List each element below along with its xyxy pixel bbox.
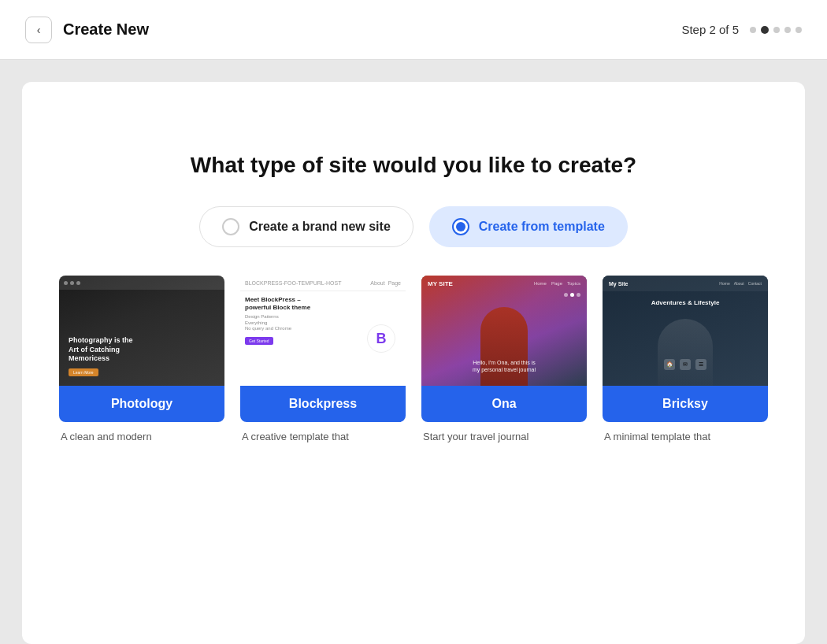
bricksy-icons: 🏠 ✉ ☰ <box>664 359 706 370</box>
option-from-template-label: Create from template <box>479 220 605 234</box>
bricksy-logo: My Site <box>609 281 629 287</box>
template-card-ona[interactable]: MY SITE Home Page Topics <box>421 276 587 444</box>
mock-text-photology: Photography is theArt of CatchingMemoric… <box>69 336 215 364</box>
templates-row: Photography is theArt of CatchingMemoric… <box>22 276 805 444</box>
bricksy-icon-2: ✉ <box>680 359 691 370</box>
bricksy-link: Contact <box>748 281 762 286</box>
bricksy-nav: My Site Home About Contact <box>603 276 768 291</box>
ona-nav-link: Page <box>551 281 562 286</box>
content-card: What type of site would you like to crea… <box>22 82 805 644</box>
question-section: What type of site would you like to crea… <box>22 82 805 276</box>
ona-dots <box>564 293 580 297</box>
bricksy-icon-3: ☰ <box>695 359 706 370</box>
ona-dot <box>564 293 568 297</box>
ona-text: Hello, I'm Ona, and this ismy personal t… <box>428 359 580 373</box>
bp-nav-title: BLOCKPRESS-FOO-TEMPURL-HOST <box>245 280 342 286</box>
template-label-bricksy: Bricksy <box>603 386 768 422</box>
option-brand-new-label: Create a brand new site <box>249 220 391 234</box>
mock-nav-dot <box>64 281 68 285</box>
bp-btn: Get Started <box>245 337 273 345</box>
bricksy-person-silhouette <box>658 319 713 386</box>
template-preview-bricksy: My Site Home About Contact Adventures & … <box>603 276 768 386</box>
template-label-blockpress: Blockpress <box>240 386 406 422</box>
template-desc-blockpress: A creative template that <box>240 430 406 444</box>
bricksy-link: About <box>734 281 744 286</box>
template-label-ona: Ona <box>421 386 587 422</box>
ona-dot-active <box>570 293 574 297</box>
top-bar-left: ‹ Create New <box>25 17 149 43</box>
options-row: Create a brand new site Create from temp… <box>199 206 628 247</box>
option-brand-new[interactable]: Create a brand new site <box>199 206 414 247</box>
step-dots <box>750 26 802 34</box>
template-card-bricksy[interactable]: My Site Home About Contact Adventures & … <box>603 276 768 444</box>
template-preview-ona: MY SITE Home Page Topics <box>421 276 587 386</box>
bricksy-link: Home <box>719 281 729 286</box>
ona-nav: MY SITE Home Page Topics <box>421 276 587 291</box>
mock-btn-photology: Learn More <box>69 368 98 376</box>
back-icon: ‹ <box>37 24 41 36</box>
bp-nav-link: About <box>370 280 384 286</box>
step-dot-5 <box>795 27 802 33</box>
main-wrapper: What type of site would you like to crea… <box>0 60 827 644</box>
question-heading: What type of site would you like to crea… <box>191 153 636 178</box>
template-card-photology[interactable]: Photography is theArt of CatchingMemoric… <box>59 276 224 444</box>
ona-nav-link: Home <box>534 281 547 286</box>
page-title: Create New <box>63 20 149 39</box>
step-dot-1 <box>750 27 756 33</box>
radio-brand-new <box>222 218 239 235</box>
template-label-photology: Photology <box>59 386 224 422</box>
ona-nav-link: Topics <box>567 281 580 286</box>
bp-right: B <box>362 296 401 381</box>
bp-nav-link: Page <box>388 280 401 286</box>
ona-nav-links: Home Page Topics <box>534 281 580 286</box>
bp-nav-links: About Page <box>370 280 401 286</box>
bp-body: Meet BlockPress –powerful Block theme De… <box>240 291 406 386</box>
top-bar: ‹ Create New Step 2 of 5 <box>0 0 827 60</box>
bp-logo: B <box>367 324 395 353</box>
option-from-template[interactable]: Create from template <box>429 206 628 247</box>
radio-from-template <box>452 218 469 235</box>
ona-dot <box>577 293 580 297</box>
ona-nav-logo: MY SITE <box>428 280 453 287</box>
template-desc-photology: A clean and modern <box>59 430 224 444</box>
template-preview-blockpress: BLOCKPRESS-FOO-TEMPURL-HOST About Page M… <box>240 276 406 386</box>
top-bar-right: Step 2 of 5 <box>681 23 802 36</box>
step-dot-4 <box>784 27 791 33</box>
step-indicator: Step 2 of 5 <box>681 23 739 36</box>
mock-nav-photology <box>59 276 224 290</box>
template-preview-photology: Photography is theArt of CatchingMemoric… <box>59 276 224 386</box>
step-dot-2 <box>761 26 769 34</box>
bp-sub: Design PatternsEverythingNo query and Ch… <box>245 314 357 332</box>
ona-person-silhouette <box>480 307 528 386</box>
template-desc-ona: Start your travel journal <box>421 430 587 444</box>
mock-nav-dot <box>70 281 74 285</box>
bricksy-links: Home About Contact <box>719 281 762 286</box>
bricksy-icon-1: 🏠 <box>664 359 675 370</box>
mock-nav-dot <box>76 281 80 285</box>
bricksy-text: Adventures & Lifestyle <box>609 299 762 307</box>
step-dot-3 <box>773 27 780 33</box>
bp-left: Meet BlockPress –powerful Block theme De… <box>245 296 357 381</box>
bp-title: Meet BlockPress –powerful Block theme <box>245 296 357 313</box>
template-card-blockpress[interactable]: BLOCKPRESS-FOO-TEMPURL-HOST About Page M… <box>240 276 406 444</box>
back-button[interactable]: ‹ <box>25 17 52 43</box>
bp-nav: BLOCKPRESS-FOO-TEMPURL-HOST About Page <box>240 276 406 291</box>
template-desc-bricksy: A minimal template that <box>603 430 768 444</box>
